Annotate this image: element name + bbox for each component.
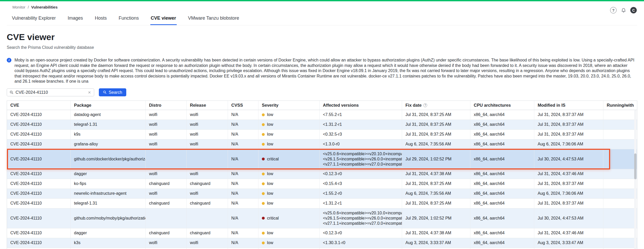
- help-icon[interactable]: ?: [610, 7, 617, 13]
- info-icon: i: [7, 58, 11, 63]
- table-row[interactable]: CVE-2024-41110 telegraf-1.31 chainguard …: [7, 199, 637, 208]
- cell-severity: low: [258, 238, 320, 248]
- fix-date-help-icon[interactable]: ?: [423, 103, 427, 107]
- severity-label: low: [267, 191, 273, 196]
- tab-vulnerability-explorer[interactable]: Vulnerability Explorer: [11, 13, 56, 25]
- cell-cvss: N/A: [228, 149, 258, 169]
- cell-cvss: N/A: [228, 130, 258, 139]
- cell-cve: CVE-2024-41110: [7, 248, 71, 249]
- cell-cve: CVE-2024-41110: [7, 130, 71, 139]
- tab-images[interactable]: Images: [67, 13, 83, 25]
- table-row[interactable]: CVE-2024-41110 ko-fips chainguard chaing…: [7, 179, 637, 189]
- cell-release: wolfi: [187, 130, 228, 139]
- column-header-cvss[interactable]: CVSS: [228, 101, 258, 110]
- clear-search-icon[interactable]: ×: [87, 90, 91, 95]
- cell-cve: CVE-2024-41110: [7, 199, 71, 208]
- cell-cpu-architectures: x86_64, aarch64: [470, 189, 534, 198]
- table-row[interactable]: CVE-2024-41110 datadog-agent wolfi wolfi…: [7, 110, 637, 120]
- table-row[interactable]: CVE-2024-41110 paranoia wolfi wolfi N/A …: [7, 248, 637, 249]
- cell-running: [603, 179, 637, 189]
- cell-package: github.com/docker/docker/pkg/authorizati…: [71, 149, 146, 169]
- column-header-cve[interactable]: CVE: [7, 101, 71, 110]
- cell-package: grafana-alloy: [71, 139, 146, 149]
- cell-cve: CVE-2024-41110: [7, 139, 71, 149]
- cell-distro: wolfi: [146, 130, 187, 139]
- table-row[interactable]: CVE-2024-41110 newrelic-infrastructure-a…: [7, 189, 637, 199]
- cell-affected-versions: <v25.0.6+incompatible>=v20.10.0+incompat…: [320, 208, 402, 228]
- cell-cvss: N/A: [228, 199, 258, 208]
- cell-cpu-architectures: x86_64, aarch64: [470, 238, 534, 248]
- cell-distro: chainguard: [146, 179, 187, 189]
- cell-cpu-architectures: x86_64, aarch64: [470, 208, 534, 228]
- cell-cpu-architectures: x86_64, aarch64: [470, 149, 534, 169]
- table-row[interactable]: CVE-2024-41110 dagger chainguard chaingu…: [7, 228, 637, 238]
- search-button[interactable]: Search: [99, 88, 126, 96]
- column-header-affected-versions[interactable]: Affected versions: [320, 101, 402, 110]
- cell-modified-in-is: Jul 31, 2024, 8:37:37 AM: [534, 130, 603, 139]
- breadcrumb-section[interactable]: Monitor: [12, 5, 25, 9]
- cell-release: wolfi: [187, 120, 228, 129]
- notifications-bell-icon[interactable]: [620, 7, 627, 13]
- column-header-fix-date[interactable]: Fix date ?: [402, 101, 470, 110]
- cell-cve: CVE-2024-41110: [7, 110, 71, 120]
- table-row[interactable]: CVE-2024-41110 github.com/moby/moby/pkg/…: [7, 208, 637, 228]
- cell-severity: low: [258, 179, 320, 189]
- cell-release: [187, 149, 228, 169]
- table-row[interactable]: CVE-2024-41110 github.com/docker/docker/…: [7, 149, 637, 169]
- column-header-package[interactable]: Package: [71, 101, 146, 110]
- scrollbar-thumb[interactable]: [634, 153, 636, 179]
- cell-fix-date: Jul 31, 2024, 4:37:38 AM: [402, 169, 470, 179]
- severity-dot: [262, 173, 265, 175]
- cell-running: [603, 189, 637, 198]
- cell-package: telegraf-1.31: [71, 199, 146, 208]
- search-input[interactable]: [16, 90, 85, 95]
- cell-affected-versions: <0.32.5-r3: [320, 130, 402, 139]
- column-header-modified-in-is[interactable]: Modified in IS: [534, 101, 603, 110]
- table-row[interactable]: CVE-2024-41110 telegraf-1.31 wolfi wolfi…: [7, 120, 637, 130]
- column-header-release[interactable]: Release: [187, 101, 228, 110]
- cell-cpu-architectures: x86_64, aarch64: [470, 248, 534, 249]
- tab-vmware-tanzu-blobstore[interactable]: VMware Tanzu blobstore: [188, 13, 240, 25]
- column-header-running[interactable]: Running/with: [603, 101, 637, 110]
- cell-package: telegraf-1.31: [71, 120, 146, 129]
- table-row[interactable]: CVE-2024-41110 k3s wolfi wolfi N/A low <…: [7, 238, 637, 248]
- search-button-label: Search: [109, 90, 122, 95]
- column-header-cpu-architectures[interactable]: CPU architectures: [470, 101, 534, 110]
- severity-label: low: [267, 122, 273, 127]
- tab-hosts[interactable]: Hosts: [94, 13, 107, 25]
- column-header-severity[interactable]: Severity: [258, 101, 320, 110]
- page-title: CVE viewer: [7, 32, 637, 42]
- user-avatar[interactable]: C: [630, 7, 637, 13]
- cell-cvss: N/A: [228, 139, 258, 149]
- cell-severity: low: [258, 248, 320, 249]
- column-header-distro[interactable]: Distro: [146, 101, 187, 110]
- cell-modified-in-is: Jul 31, 2024, 4:37:46 AM: [534, 228, 603, 238]
- tab-functions[interactable]: Functions: [118, 13, 139, 25]
- table-row[interactable]: CVE-2024-41110 grafana-alloy wolfi wolfi…: [7, 139, 637, 149]
- cell-cve: CVE-2024-41110: [7, 169, 71, 179]
- cell-modified-in-is: Aug 3, 2024, 3:33:47 AM: [534, 238, 603, 248]
- cell-affected-versions: <1.30.3.1-r0: [320, 238, 402, 248]
- cell-affected-versions: <1.55.2-r0: [320, 189, 402, 198]
- table-row[interactable]: CVE-2024-41110 k9s wolfi wolfi N/A low <…: [7, 130, 637, 139]
- cell-affected-versions: <0.12.3-r0: [320, 169, 402, 179]
- cell-cvss: N/A: [228, 248, 258, 249]
- cell-distro: chainguard: [146, 228, 187, 238]
- tab-cve-viewer[interactable]: CVE viewer: [150, 13, 177, 25]
- cell-severity: critical: [258, 208, 320, 228]
- search-box[interactable]: ×: [7, 88, 94, 96]
- cell-severity: low: [258, 110, 320, 120]
- app-header: Monitor / Vulnerabilities ? C Vulnerabil…: [0, 1, 644, 25]
- cell-modified-in-is: Jul 31, 2024, 8:37:37 AM: [534, 110, 603, 120]
- table-scrollbar[interactable]: [634, 110, 636, 249]
- header-icons: ? C: [610, 7, 637, 13]
- table-row[interactable]: CVE-2024-41110 dagger wolfi wolfi N/A lo…: [7, 169, 637, 179]
- cell-release: chainguard: [187, 199, 228, 208]
- severity-label: critical: [267, 216, 279, 221]
- cell-affected-versions: <0.2.1-r17: [320, 248, 402, 249]
- cell-modified-in-is: Jul 31, 2024, 8:37:37 AM: [534, 199, 603, 208]
- cell-cpu-architectures: x86_64, aarch64: [470, 228, 534, 238]
- cell-severity: critical: [258, 149, 320, 169]
- cell-severity: low: [258, 169, 320, 179]
- cell-affected-versions: <7.55.2-r1: [320, 110, 402, 120]
